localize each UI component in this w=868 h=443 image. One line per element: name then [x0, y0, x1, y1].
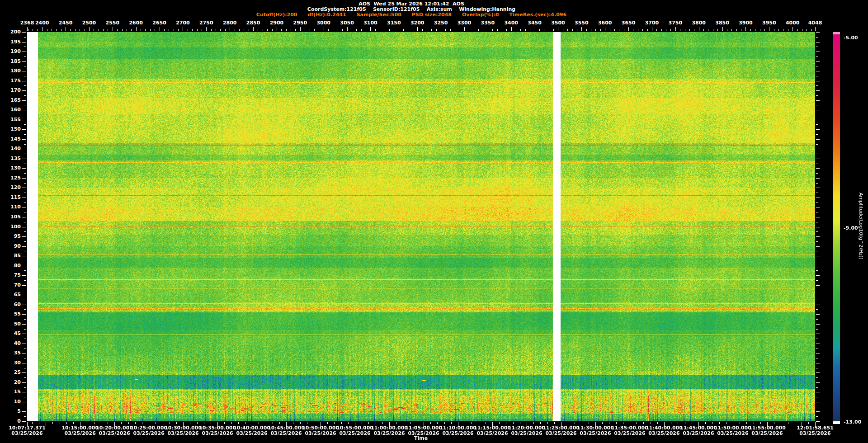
- y-axis-label: 0: [0, 419, 21, 424]
- y-axis-label: 105: [0, 214, 21, 220]
- y-axis-label: 90: [0, 244, 21, 249]
- y-axis-label: 180: [0, 68, 21, 74]
- top-axis-label: 3050: [336, 20, 359, 26]
- top-axis-label: 3000: [312, 20, 335, 26]
- y-axis-label: 200: [0, 29, 21, 35]
- y-axis-label: 65: [0, 292, 21, 297]
- top-axis-label: 3350: [476, 20, 499, 26]
- top-axis-label: 3150: [382, 20, 405, 26]
- date-value: 03/25/2026: [742, 431, 792, 436]
- top-axis-label: 4048: [804, 20, 826, 26]
- top-axis-label: 3750: [664, 20, 687, 26]
- date-value: 03/25/2026: [2, 431, 52, 436]
- y-axis-label: 10: [0, 399, 21, 405]
- y-axis-label: 20: [0, 380, 21, 385]
- top-axis-label: 2750: [195, 20, 217, 26]
- top-axis-label: 3800: [688, 20, 710, 26]
- top-axis-label: 2950: [289, 20, 311, 26]
- y-axis-label: 15: [0, 389, 21, 395]
- top-axis-label: 2450: [54, 20, 77, 26]
- y-axis-label: 150: [0, 127, 21, 132]
- header-params-line2: Cutoff(Hz):200 df(Hz):0.2441 Sample/Sec:…: [0, 12, 823, 18]
- top-axis-label: 3450: [524, 20, 546, 26]
- y-axis-label: 30: [0, 360, 21, 366]
- y-axis-label: 130: [0, 165, 21, 171]
- top-axis-label: 3250: [429, 20, 452, 26]
- y-axis-label: 55: [0, 311, 21, 317]
- top-axis-label: 3500: [547, 20, 569, 26]
- y-axis-label: 125: [0, 175, 21, 181]
- y-axis-label: 155: [0, 117, 21, 123]
- y-axis-label: 175: [0, 78, 21, 84]
- y-axis-label: 80: [0, 263, 21, 269]
- y-axis-label: 95: [0, 234, 21, 239]
- top-axis-label: 4000: [781, 20, 804, 26]
- top-axis-label: 3300: [453, 20, 476, 26]
- top-axis-label: 2800: [218, 20, 241, 26]
- colorbar-bottom-cap: [833, 421, 840, 424]
- y-axis-label: 185: [0, 59, 21, 64]
- y-axis-label: 85: [0, 253, 21, 259]
- top-axis-label: 3950: [758, 20, 780, 26]
- time-axis-label: 10:07:17.37103/25/2026: [2, 425, 52, 436]
- spectrogram-canvas[interactable]: [27, 32, 815, 421]
- top-axis-label: 3100: [359, 20, 382, 26]
- y-axis-label: 35: [0, 350, 21, 356]
- top-axis-label: 3700: [641, 20, 663, 26]
- time-axis-label: 11:55:00.00003/25/2026: [742, 425, 792, 436]
- y-axis-label: 165: [0, 98, 21, 103]
- top-axis-label: 3600: [594, 20, 616, 26]
- y-axis-label: 40: [0, 341, 21, 346]
- y-axis-label: 145: [0, 137, 21, 142]
- colorbar-title: Amplitude(Log10(g^2/Hz)): [858, 127, 864, 325]
- time-axis-label: 12:01:58.65103/25/2026: [790, 425, 840, 436]
- y-axis-label: 195: [0, 39, 21, 45]
- y-axis-label: 100: [0, 224, 21, 230]
- y-axis-label: 135: [0, 156, 21, 161]
- top-axis-label: 2600: [125, 20, 147, 26]
- top-axis-label: 2650: [148, 20, 171, 26]
- date-value: 03/25/2026: [790, 431, 840, 436]
- y-axis-label: 70: [0, 283, 21, 288]
- y-axis-label: 60: [0, 302, 21, 307]
- y-axis-label: 75: [0, 273, 21, 278]
- top-axis-label: 2700: [171, 20, 194, 26]
- y-axis-label: 190: [0, 49, 21, 54]
- y-axis-label: 140: [0, 146, 21, 151]
- top-axis-label: 3900: [734, 20, 757, 26]
- top-axis-label: 2850: [242, 20, 264, 26]
- y-axis-label: 50: [0, 321, 21, 327]
- y-axis-label: 110: [0, 204, 21, 210]
- top-axis-label: 3550: [570, 20, 593, 26]
- y-axis-label: 115: [0, 195, 21, 200]
- y-axis-label: 120: [0, 185, 21, 190]
- aos-spectrogram-window: AOS Wed 25 Mar 2026 12:01:42 AOS CoordSy…: [0, 0, 868, 443]
- top-axis-label: 3400: [500, 20, 523, 26]
- colorbar-tick-min: -13.00: [844, 419, 867, 425]
- colorbar-tick-max: -5.00: [844, 35, 867, 41]
- colorbar-gradient: [833, 34, 840, 421]
- top-axis-label: 2400: [31, 20, 53, 26]
- y-axis-label: 45: [0, 331, 21, 336]
- top-axis-label: 3850: [711, 20, 734, 26]
- top-axis-label: 2900: [265, 20, 288, 26]
- top-axis-label: 2550: [101, 20, 124, 26]
- top-axis-label: 2500: [78, 20, 100, 26]
- y-axis-label: 170: [0, 88, 21, 93]
- time-axis-title: Time: [398, 435, 443, 441]
- top-axis-label: 3650: [617, 20, 640, 26]
- y-axis-label: 5: [0, 409, 21, 414]
- top-axis-label: 3200: [406, 20, 429, 26]
- y-axis-label: 160: [0, 107, 21, 113]
- y-axis-label: 25: [0, 370, 21, 375]
